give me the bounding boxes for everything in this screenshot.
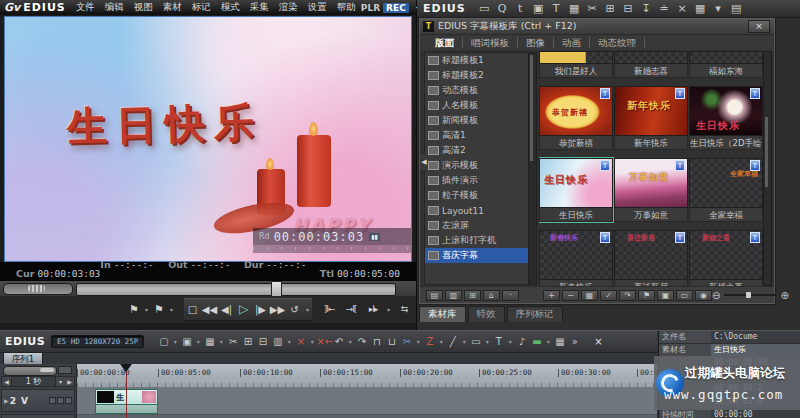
layout-grid-icon[interactable]: ▦ [694, 2, 707, 15]
set-in-button[interactable]: ⚑ [126, 299, 142, 320]
tree-item[interactable]: 演示模板 [425, 158, 528, 173]
tree-item[interactable]: Layout11 [425, 203, 528, 218]
menu-item[interactable]: 素材 [158, 1, 187, 14]
play-around-button[interactable]: ▸I▸ [362, 299, 384, 320]
export-icon[interactable]: ▣ [179, 336, 194, 347]
delete-icon[interactable]: × [676, 2, 689, 15]
tree-item[interactable]: 高清1 [425, 128, 528, 143]
dialog-tab[interactable]: 唱词模板 [463, 37, 518, 48]
shuttle-grip[interactable] [28, 285, 45, 292]
ffwd-button[interactable]: ▶▶ [269, 298, 286, 321]
set-in-track-icon[interactable]: ⊓ [369, 336, 384, 347]
scale-right-icon[interactable]: ▶ [65, 378, 74, 385]
ripple-caret[interactable]: ▾ [285, 338, 293, 345]
template-item[interactable]: 喜迁新居 T 喜迁新居 [614, 230, 688, 287]
preview-monitor-button[interactable]: ▭ [676, 290, 693, 301]
template-item[interactable]: 新春快乐 T 新春快乐 [539, 230, 613, 287]
template-item[interactable]: T 我们是好人 [539, 51, 613, 78]
new-folder-button[interactable]: ▤ [426, 290, 443, 301]
layout-caret[interactable]: ▾ [712, 2, 725, 15]
template-item[interactable]: 新年快乐 T 新年快乐 [614, 86, 688, 150]
cut-icon[interactable]: ✂ [225, 336, 240, 347]
flag-template-button[interactable]: ⚑ [638, 290, 655, 301]
tree-item[interactable]: 插件演示 [425, 173, 528, 188]
folder-properties-button[interactable]: ⊞ [464, 290, 481, 301]
video-track-lane[interactable]: 生 [77, 387, 657, 415]
tree-item[interactable]: 新闻模板 [425, 113, 528, 128]
remove-template-button[interactable]: − [562, 290, 579, 301]
image-icon[interactable]: ▦ [568, 2, 581, 15]
fade-caret[interactable]: ▾ [460, 338, 468, 345]
template-item[interactable]: 新婚之喜 T 新婚之喜 [689, 230, 763, 287]
marker-caret[interactable]: ▾ [483, 338, 491, 345]
scale-left-icon[interactable]: ◀ [2, 378, 11, 385]
scale-down-icon[interactable]: ▾ [56, 378, 65, 385]
dialog-tab[interactable]: 动画 [554, 37, 590, 48]
sequence-tab[interactable]: 序列1 [3, 352, 43, 364]
ripple-cut-icon[interactable]: ▥ [270, 336, 285, 347]
dialog-tab[interactable]: 图像 [518, 37, 554, 48]
dialog-title-bar[interactable]: T EDIUS 字幕模板库 (Ctrl + F12) × [420, 19, 774, 35]
menu-item[interactable]: 帮助 [332, 1, 361, 14]
tree-item[interactable]: 喜庆字幕 [425, 248, 528, 263]
zoom-in-icon[interactable]: ⊕ [780, 290, 788, 301]
thumbnail-view-button[interactable]: ▦ [581, 290, 598, 301]
timeline-close-button[interactable]: × [590, 336, 606, 347]
new-caret[interactable]: ▾ [171, 338, 179, 345]
rec-mode-button[interactable]: REC [383, 3, 409, 13]
ripple-mode-caret[interactable]: ▾ [437, 338, 445, 345]
title-caret[interactable]: ▾ [506, 338, 514, 345]
shuttle-slider[interactable] [3, 283, 73, 295]
pin-icon[interactable]: ↧ [640, 2, 653, 15]
goto-in-button[interactable]: ]I← [318, 299, 340, 320]
menu-item[interactable]: 采集 [245, 1, 274, 14]
bin-tab[interactable]: 特效 [468, 306, 505, 322]
save-icon[interactable]: ▦ [202, 336, 217, 347]
pouch-icon[interactable]: ▤ [730, 2, 743, 15]
tree-item[interactable]: 高清2 [425, 143, 528, 158]
marker-icon[interactable]: ▭ [468, 336, 483, 347]
template-item[interactable]: 万事如意 T 万事如意 [614, 158, 688, 222]
plr-mode-button[interactable]: PLR [361, 3, 380, 13]
redo-icon[interactable]: ↷ [354, 336, 369, 347]
template-item[interactable]: T 新婚志喜 [614, 51, 688, 78]
grid-icon[interactable]: ▦ [552, 336, 567, 347]
template-item[interactable]: T 福如东海 [689, 51, 763, 78]
collapse-arrow-icon[interactable]: ◀ [420, 154, 428, 170]
next-frame-button[interactable]: |▶ [252, 298, 269, 321]
set-out-track-icon[interactable]: ⊔ [384, 336, 399, 347]
delete-icon[interactable]: × [293, 336, 308, 347]
title-icon[interactable]: T [491, 336, 506, 347]
paste-icon[interactable]: ⊟ [622, 2, 635, 15]
timescale-value[interactable]: 1 秒 [11, 376, 56, 387]
save-caret[interactable]: ▾ [217, 338, 225, 345]
menu-item[interactable]: 视图 [129, 1, 158, 14]
menu-item[interactable]: 设置 [303, 1, 332, 14]
set-out-button[interactable]: ⚑ [151, 299, 167, 320]
next-track-header[interactable] [1, 414, 75, 418]
add-transition-icon[interactable]: ✂ [399, 336, 414, 347]
address-icon[interactable]: t [514, 2, 527, 15]
sync-icon[interactable]: ≐ [658, 2, 671, 15]
sync-mode-button[interactable]: ⇆ [393, 299, 415, 320]
ripple-delete-icon[interactable]: ×← [316, 336, 331, 347]
play-around-caret[interactable]: ▾ [384, 299, 393, 320]
template-item[interactable]: 生日快乐 T 生日快乐（2D手绘） [689, 86, 763, 150]
play-button[interactable]: ▷ [235, 298, 252, 321]
loop-button[interactable]: ↺ [286, 298, 303, 321]
export-icon[interactable]: ▣ [532, 2, 545, 15]
undo-icon[interactable]: ↶ [331, 336, 346, 347]
prev-frame-button[interactable]: ◀| [218, 298, 235, 321]
expand-icon[interactable]: ▶ [4, 397, 9, 404]
set-in-caret[interactable]: ▾ [142, 299, 151, 320]
cut-icon[interactable]: ✂ [586, 2, 599, 15]
track-scrollbar[interactable] [3, 366, 57, 376]
menu-item[interactable]: 标记 [187, 1, 216, 14]
search-icon[interactable]: Q [496, 2, 509, 15]
tree-item[interactable]: 上滚和打字机 [425, 233, 528, 248]
replace-template-button[interactable]: ↷ [619, 290, 636, 301]
goto-out-button[interactable]: →I[ [340, 299, 362, 320]
tree-item[interactable]: 标题模板2 [425, 68, 528, 83]
delete-caret[interactable]: ▾ [308, 338, 316, 345]
template-item[interactable]: 全家幸福 T 全家幸福 [689, 158, 763, 222]
